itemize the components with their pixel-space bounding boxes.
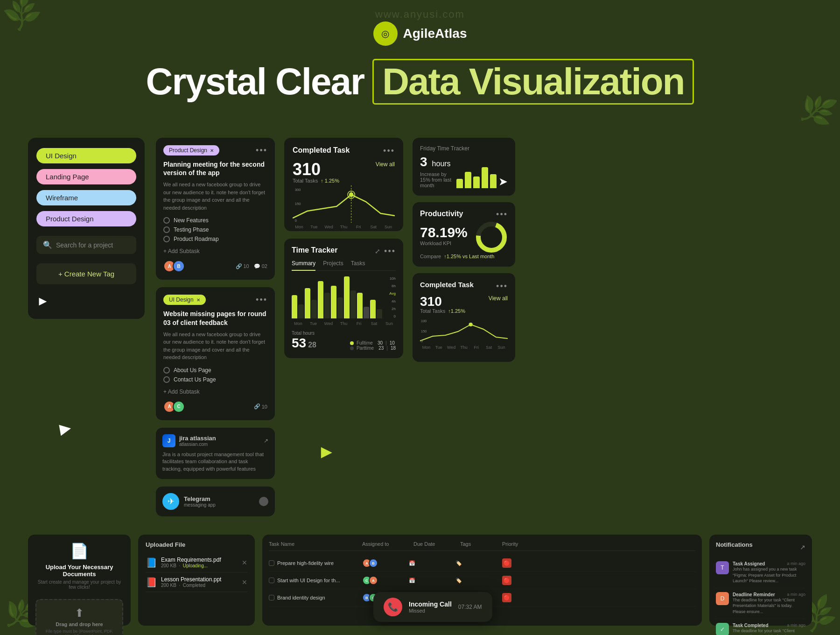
task-2-tag-close[interactable]: ✕: [196, 297, 200, 303]
tag-ui-design[interactable]: UI Design: [36, 148, 136, 163]
bar-sat-1: [357, 293, 363, 318]
task-card-2-header: UI Design ✕ •••: [163, 295, 267, 305]
completed-task-more-button[interactable]: •••: [383, 146, 395, 156]
productivity-donut: [475, 221, 508, 254]
completed-task-left: Completed Task: [293, 146, 350, 156]
cr-fri: Fri: [470, 345, 483, 350]
notif-3-heading: Task Completed: [733, 623, 769, 628]
checklist-2-label-1: About Us Page: [174, 367, 211, 374]
task-1-more-button[interactable]: •••: [256, 146, 267, 155]
notif-avatar-2: D: [716, 592, 729, 605]
total-hours-label: Total hours: [292, 331, 316, 336]
search-icon: 🔍: [43, 240, 52, 249]
friday-tracker-card: Friday Time Tracker 3 hours Increase by …: [413, 138, 515, 196]
cr-sun: Sun: [495, 345, 508, 350]
time-tracker-card: Time Tracker ⤢ ••• Summary Projects Task…: [284, 239, 403, 358]
jira-link-icon[interactable]: ↗: [264, 437, 268, 444]
tday-thu: Thu: [337, 321, 350, 326]
completed-right-view-all[interactable]: View all: [489, 295, 508, 302]
friday-hours-row: 3 hours Increase by 15% from last month …: [420, 155, 508, 188]
completed-right-days: Mon Tue Wed Thu Fri Sat Sun: [420, 345, 508, 350]
completed-task-view-all[interactable]: View all: [376, 161, 395, 168]
task-1-tag-close[interactable]: ✕: [210, 148, 214, 153]
time-tracker-expand[interactable]: ⤢: [375, 247, 380, 255]
completed-task-chart: 300 150 0 Mon Tue Wed Thu Fri Sat Sun: [293, 185, 395, 223]
time-tracker-more[interactable]: •••: [384, 247, 396, 256]
file-1-close-button[interactable]: ✕: [242, 559, 247, 566]
check-circle-2[interactable]: [163, 226, 170, 233]
legend-parttime-sep: |: [386, 346, 388, 351]
check-circle-2-2[interactable]: [163, 376, 170, 383]
tag-wireframe[interactable]: Wireframe: [36, 190, 136, 205]
tag-landing-page[interactable]: Landing Page: [36, 169, 136, 184]
notifications-link[interactable]: ↗: [800, 543, 805, 551]
tday-sat: Sat: [368, 321, 381, 326]
td-row1-priority: 🔴: [502, 558, 525, 568]
upload-card: 📄 Upload Your Necessary Documents Start …: [28, 535, 131, 626]
task-2-checklist: About Us Page Contact Us Page: [163, 367, 267, 383]
bar-sun-1: [370, 300, 376, 318]
task-1-likes-count: 10: [244, 263, 249, 269]
add-subtask-2-button[interactable]: + Add Subtask: [163, 388, 267, 395]
check-circle-2-1[interactable]: [163, 367, 170, 374]
comment-icon: 💬: [254, 263, 260, 269]
notification-3: ✓ Task Completed a min ago The deadline …: [716, 619, 805, 635]
search-box[interactable]: 🔍 Search for a project: [36, 236, 136, 254]
completed-right-more[interactable]: •••: [496, 282, 508, 291]
check-circle-3[interactable]: [163, 236, 170, 242]
tab-summary[interactable]: Summary: [292, 260, 315, 271]
check-circle-1[interactable]: [163, 217, 170, 224]
app-name: AgileAtlas: [403, 26, 467, 41]
task-2-tag[interactable]: UI Design ✕: [163, 295, 206, 305]
bar-group-wed: [318, 281, 330, 318]
tab-tasks[interactable]: Tasks: [351, 260, 365, 267]
jira-card: J jira atlassian atlassian.com ↗ Jira is…: [156, 428, 275, 479]
priority-badge-2: 🔴: [502, 576, 511, 585]
tday-tue: Tue: [307, 321, 320, 326]
file-2-close-button[interactable]: ✕: [242, 579, 247, 586]
task-2-more-button[interactable]: •••: [256, 295, 267, 305]
tasks-panel: Product Design ✕ ••• Planning meeting fo…: [156, 138, 275, 516]
bar-tue-1: [305, 288, 310, 318]
checkbox-row3[interactable]: [269, 595, 274, 600]
add-subtask-1-button[interactable]: + Add Subtask: [163, 248, 267, 254]
telegram-toggle[interactable]: [259, 497, 268, 506]
bar-wed-1: [318, 281, 323, 318]
tag-product-design[interactable]: Product Design: [36, 211, 136, 226]
create-tag-button[interactable]: + Create New Tag: [36, 263, 136, 284]
completed-task-growth: ↑1.25%: [321, 178, 339, 183]
bar-mon-2: [298, 304, 304, 318]
avatar-2-2: C: [173, 401, 185, 413]
checkbox-row1[interactable]: [269, 560, 274, 566]
logo-row: ◎ AgileAtlas: [373, 21, 467, 46]
tab-projects[interactable]: Projects: [323, 260, 343, 267]
y-label-8h: 8h: [392, 284, 396, 288]
telegram-icon: ✈: [162, 493, 179, 510]
logo-icon: ◎: [373, 21, 398, 46]
productivity-more-button[interactable]: •••: [496, 210, 508, 219]
main-cursor-arrow: ►: [54, 416, 76, 440]
avatar-row2-2: A: [369, 576, 378, 585]
friday-hours-value: 3: [420, 155, 427, 169]
dropzone[interactable]: ⬆ Drag and drop here File type must be (…: [35, 599, 123, 635]
jira-url[interactable]: atlassian.com: [179, 442, 216, 447]
bar-group-fri: [344, 276, 356, 318]
checkbox-row2[interactable]: [269, 578, 274, 583]
th-priority: Priority: [502, 541, 525, 547]
jira-header: J jira atlassian atlassian.com ↗: [162, 434, 268, 447]
task-1-tag[interactable]: Product Design ✕: [163, 145, 219, 155]
notif-3-time: a min ago: [787, 623, 805, 628]
friday-mini-chart: [456, 165, 497, 188]
td-row2-name: Start with UI Design for th...: [269, 578, 343, 583]
tday-sun: Sun: [383, 321, 396, 326]
productivity-title-block: Productivity: [420, 210, 463, 221]
completed-right-total: 310: [420, 295, 465, 308]
td-row2-tags: 🏷️: [455, 578, 483, 584]
notif-3-text: The deadline for your task "Client Prese…: [733, 628, 805, 635]
productivity-left: 78.19% Workload KPI: [420, 225, 468, 250]
day-thu: Thu: [337, 225, 350, 229]
tracker-day-labels: Mon Tue Wed Thu Fri Sat Sun: [292, 321, 396, 326]
table-row-2: Start with UI Design for th... C A 📅 🏷️ …: [269, 572, 695, 589]
svg-text:150: 150: [421, 330, 427, 333]
day-sat: Sat: [367, 225, 380, 229]
